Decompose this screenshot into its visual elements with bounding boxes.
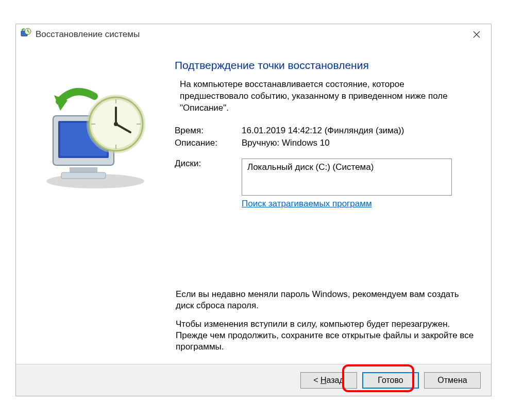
cancel-button[interactable]: Отмена — [424, 372, 481, 389]
system-restore-wizard: Восстановление системы — [15, 24, 492, 396]
finish-button[interactable]: Готово — [362, 372, 419, 389]
intro-text: На компьютере восстанавливается состояни… — [180, 79, 468, 114]
disks-listbox[interactable]: Локальный диск (C:) (Система) — [242, 159, 452, 196]
time-value: 16.01.2019 14:42:12 (Финляндия (зима)) — [242, 126, 479, 136]
window-title: Восстановление системы — [36, 29, 140, 40]
back-button[interactable]: < Назад — [300, 372, 357, 389]
time-label: Время: — [175, 126, 242, 136]
close-button[interactable] — [462, 24, 491, 45]
titlebar[interactable]: Восстановление системы — [16, 24, 491, 45]
close-icon — [473, 31, 480, 38]
description-label: Описание: — [175, 138, 242, 148]
wizard-footer: < Назад Готово Отмена — [16, 364, 491, 396]
system-restore-icon — [20, 28, 31, 42]
svg-rect-10 — [61, 172, 106, 179]
page-heading: Подтверждение точки восстановления — [175, 59, 479, 72]
svg-rect-9 — [70, 167, 97, 172]
disks-label: Диски: — [175, 159, 242, 169]
restart-note: Чтобы изменения вступили в силу, компьют… — [176, 319, 479, 353]
disk-item[interactable]: Локальный диск (C:) (Система) — [247, 162, 446, 172]
restore-illustration-icon — [39, 81, 152, 194]
password-note: Если вы недавно меняли пароль Windows, р… — [176, 289, 479, 311]
scan-affected-programs-link[interactable]: Поиск затрагиваемых программ — [242, 199, 372, 209]
wizard-sidebar — [21, 50, 170, 363]
description-value: Вручную: Windows 10 — [242, 138, 479, 148]
